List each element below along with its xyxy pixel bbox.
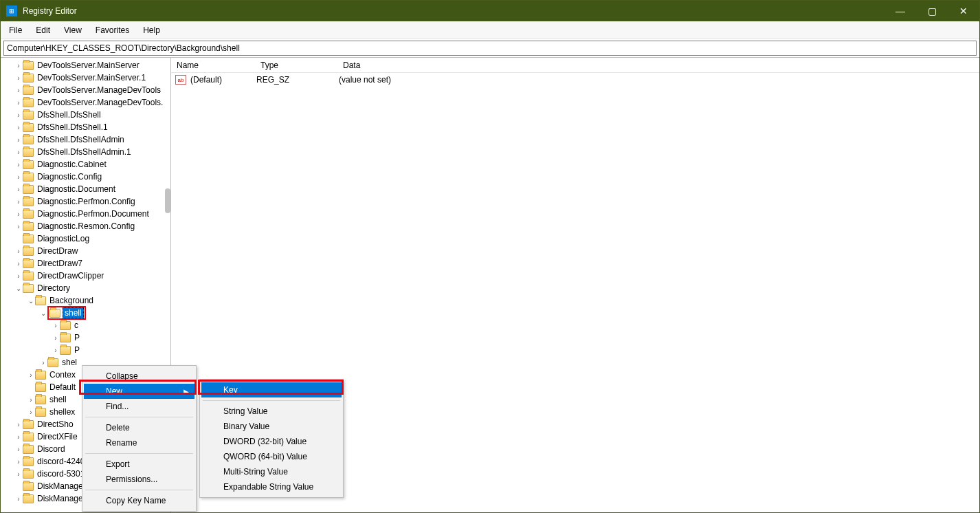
context-menu: Collapse New▶ Find... Delete Rename Expo… (82, 365, 197, 512)
minimize-button[interactable]: ― (884, 1, 916, 21)
sub-expandable-string-value[interactable]: Expandable String Value (201, 479, 342, 494)
regedit-icon: ⊞ (6, 6, 17, 17)
ctx-find[interactable]: Find... (84, 399, 194, 414)
tree-item[interactable]: ›DfsShell.DfsShell.1 (1, 121, 170, 133)
menu-edit[interactable]: Edit (30, 24, 56, 36)
tree-item[interactable]: ›Diagnostic.Config (1, 171, 170, 183)
tree-item[interactable]: ›DevToolsServer.ManageDevTools. (1, 96, 170, 109)
sub-dword-value[interactable]: DWORD (32-bit) Value (201, 434, 342, 449)
sub-binary-value[interactable]: Binary Value (201, 419, 342, 434)
tree-item[interactable]: DiagnosticLog (1, 232, 170, 245)
ctx-rename[interactable]: Rename (84, 435, 194, 450)
tree-item[interactable]: ›DirectDrawClipper (1, 270, 170, 282)
tree-item[interactable]: ›Diagnostic.Resmon.Config (1, 220, 170, 232)
registry-editor-window: ⊞ Registry Editor ― ▢ ✕ File Edit View F… (0, 0, 980, 513)
separator (203, 400, 340, 401)
list-header[interactable]: Name Type Data (171, 58, 979, 73)
maximize-button[interactable]: ▢ (916, 1, 948, 21)
sub-key[interactable]: Key (201, 382, 342, 397)
titlebar[interactable]: ⊞ Registry Editor ― ▢ ✕ (1, 1, 979, 21)
close-button[interactable]: ✕ (948, 1, 979, 21)
separator (85, 453, 193, 454)
submenu-arrow-icon: ▶ (183, 388, 189, 395)
address-bar[interactable] (3, 41, 977, 56)
tree-item[interactable]: ›DirectDraw7 (1, 257, 170, 270)
tree-item[interactable]: ›DfsShell.DfsShellAdmin.1 (1, 146, 170, 158)
tree-item-background[interactable]: ⌄Background (1, 294, 170, 307)
ctx-export[interactable]: Export (84, 457, 194, 472)
ctx-delete[interactable]: Delete (84, 420, 194, 435)
value-data: (value not set) (337, 75, 391, 85)
tree-item[interactable]: ›DevToolsServer.MainServer (1, 59, 170, 72)
tree-item[interactable]: ›Diagnostic.Perfmon.Document (1, 208, 170, 220)
tree-item[interactable]: ›Diagnostic.Perfmon.Config (1, 195, 170, 208)
string-value-icon: ab (175, 75, 186, 85)
tree-item[interactable]: ›DfsShell.DfsShell (1, 109, 170, 121)
value-row-default[interactable]: ab (Default) REG_SZ (value not set) (171, 73, 979, 87)
tree-item[interactable]: ›DevToolsServer.MainServer.1 (1, 72, 170, 84)
content-area: ›DevToolsServer.MainServer ›DevToolsServ… (1, 57, 979, 512)
menu-file[interactable]: File (3, 24, 27, 36)
ctx-new[interactable]: New▶ (84, 384, 194, 399)
sub-multi-string-value[interactable]: Multi-String Value (201, 464, 342, 479)
value-type: REG_SZ (255, 75, 337, 85)
tree-item[interactable]: ›DevToolsServer.ManageDevTools (1, 84, 170, 96)
menu-view[interactable]: View (58, 24, 87, 36)
ctx-copy-key-name[interactable]: Copy Key Name (84, 493, 194, 508)
tree-item[interactable]: ›DirectDraw (1, 245, 170, 257)
context-submenu-new: Key String Value Binary Value DWORD (32-… (199, 379, 344, 498)
tree-item[interactable]: ›DfsShell.DfsShellAdmin (1, 133, 170, 146)
value-name: (Default) (189, 75, 255, 85)
address-input[interactable] (7, 43, 973, 53)
tree-item[interactable]: ›P (1, 344, 170, 356)
col-name[interactable]: Name (171, 61, 255, 70)
window-title: Registry Editor (23, 6, 77, 16)
sub-string-value[interactable]: String Value (201, 404, 342, 419)
separator (85, 490, 193, 490)
menu-favorites[interactable]: Favorites (90, 24, 135, 36)
tree-scrollbar[interactable] (165, 188, 170, 213)
separator (85, 417, 193, 417)
sub-qword-value[interactable]: QWORD (64-bit) Value (201, 449, 342, 464)
tree-item[interactable]: ›Diagnostic.Cabinet (1, 158, 170, 171)
ctx-collapse[interactable]: Collapse (84, 369, 194, 384)
col-data[interactable]: Data (337, 61, 979, 70)
tree-item[interactable]: ›c (1, 319, 170, 331)
tree-item[interactable]: ›P (1, 331, 170, 344)
tree-item-shell-selected[interactable]: ⌄shell (1, 307, 170, 319)
tree-item[interactable]: ›Diagnostic.Document (1, 183, 170, 195)
menu-help[interactable]: Help (137, 24, 166, 36)
menubar: File Edit View Favorites Help (1, 21, 979, 39)
col-type[interactable]: Type (255, 61, 337, 70)
ctx-permissions[interactable]: Permissions... (84, 472, 194, 487)
tree-item-directory[interactable]: ⌄Directory (1, 282, 170, 294)
